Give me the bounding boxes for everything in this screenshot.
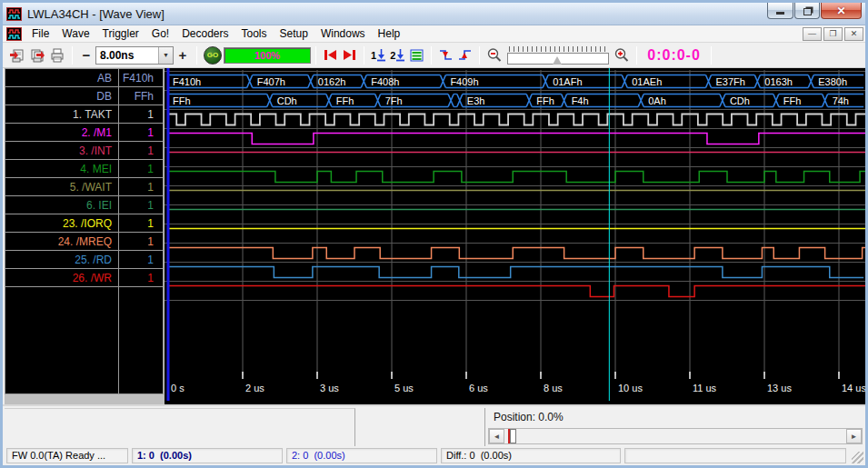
timebase-decrease-button[interactable]: − bbox=[77, 45, 95, 65]
scroll-right-icon[interactable]: ► bbox=[846, 429, 862, 443]
layers-icon[interactable] bbox=[407, 45, 426, 65]
menu-item-help[interactable]: Help bbox=[372, 25, 407, 42]
trigger-rise-icon[interactable] bbox=[455, 45, 474, 65]
import-icon[interactable] bbox=[7, 45, 27, 65]
bus-value-db: CDh bbox=[277, 95, 297, 106]
bus-transition bbox=[361, 75, 366, 88]
channel-row-6-iei: 6. IEI1 bbox=[5, 195, 165, 214]
zoom-slider[interactable] bbox=[507, 46, 609, 65]
restore-button[interactable] bbox=[794, 3, 820, 19]
bus-transition bbox=[720, 95, 725, 107]
resize-grip-icon[interactable] bbox=[852, 452, 863, 463]
mdi-child-icon[interactable] bbox=[6, 27, 22, 41]
bus-transition bbox=[308, 75, 314, 88]
channel-row-5-wait: 5. /WAIT1 bbox=[5, 177, 165, 196]
status-bar: FW 0.0(TA) Ready ...1: 0 (0.00s)2: 0 (0.… bbox=[3, 446, 865, 465]
channel-value-3-int: 1 bbox=[118, 141, 164, 160]
channel-label-db[interactable]: DB bbox=[5, 86, 119, 105]
channel-filler-label bbox=[5, 286, 119, 394]
menu-item-tools[interactable]: Tools bbox=[235, 25, 274, 42]
mdi-close-button[interactable]: ✕ bbox=[844, 27, 863, 41]
channel-value-2-m1: 1 bbox=[118, 123, 164, 142]
timebase-increase-button[interactable]: + bbox=[174, 45, 192, 65]
axis-label: 5 us bbox=[394, 383, 414, 393]
axis-label: 8 us bbox=[544, 383, 563, 393]
menu-item-wave[interactable]: Wave bbox=[55, 25, 95, 42]
channel-label-26-wr[interactable]: 26. /WR bbox=[5, 268, 119, 287]
menu-item-setup[interactable]: Setup bbox=[274, 25, 314, 42]
bus-value-ab: F407h bbox=[257, 76, 285, 87]
channel-value-26-wr: 1 bbox=[118, 268, 164, 287]
signal-2-m1 bbox=[168, 134, 865, 144]
skip-to-start-icon[interactable] bbox=[321, 45, 340, 65]
channel-label-2-m1[interactable]: 2. /M1 bbox=[5, 123, 119, 142]
mdi-restore-button[interactable]: ❐ bbox=[823, 27, 843, 41]
waveform-canvas[interactable]: F410hF407h0162hF408hF409h01AFh01AEhE37Fh… bbox=[165, 68, 865, 404]
mdi-minimize-button[interactable]: — bbox=[803, 27, 822, 41]
scroll-left-icon[interactable]: ◄ bbox=[489, 429, 504, 443]
channel-label-5-wait[interactable]: 5. /WAIT bbox=[5, 177, 119, 196]
bus-transition bbox=[808, 75, 813, 88]
title-bar[interactable]: LWLA34CH - [Wave View] ✕ bbox=[3, 3, 865, 25]
horizontal-scrollbar[interactable]: ◄ ► bbox=[488, 428, 863, 444]
axis-label: 0 s bbox=[171, 383, 185, 393]
zoom-slider-handle[interactable] bbox=[553, 52, 562, 65]
bus-value-ab: F410h bbox=[173, 76, 201, 87]
channel-row-db: DBFFh bbox=[5, 86, 165, 105]
menu-item-go[interactable]: Go! bbox=[145, 25, 175, 42]
channel-label-6-iei[interactable]: 6. IEI bbox=[5, 195, 119, 214]
axis-label: 11 us bbox=[693, 383, 717, 393]
bus-transition bbox=[706, 75, 712, 88]
print-icon[interactable] bbox=[47, 45, 67, 65]
channel-row-1-takt: 1. TAKT1 bbox=[5, 105, 165, 124]
bus-value-db: 7Fh bbox=[385, 95, 403, 106]
acquisition-progress-bar: 100% bbox=[224, 47, 311, 64]
window-title: LWLA34CH - [Wave View] bbox=[27, 7, 766, 21]
channel-value-db: FFh bbox=[118, 86, 164, 105]
zoom-in-icon[interactable] bbox=[612, 45, 632, 65]
status-cell-2: 1: 0 (0.00s) bbox=[132, 448, 283, 463]
signal-25-rd bbox=[168, 267, 863, 278]
bus-value-db: FFh bbox=[336, 95, 354, 106]
channel-label-24-mreq[interactable]: 24. /MREQ bbox=[5, 232, 119, 251]
timebase-combobox[interactable]: 8.00ns ▼ bbox=[95, 46, 174, 65]
channel-label-ab[interactable]: AB bbox=[5, 68, 119, 87]
channel-filler-value bbox=[118, 286, 164, 394]
go-button[interactable]: GO bbox=[202, 45, 224, 65]
bus-transition bbox=[562, 95, 567, 107]
channel-label-3-int[interactable]: 3. /INT bbox=[5, 141, 119, 160]
bus-transition bbox=[754, 75, 760, 88]
menu-item-triggler[interactable]: Triggler bbox=[96, 25, 145, 42]
trigger-fall-icon[interactable] bbox=[436, 45, 455, 65]
waveform-svg: F410hF407h0162hF408hF409h01AFh01AEhE37Fh… bbox=[165, 68, 865, 404]
channel-value-4-mei: 1 bbox=[118, 159, 164, 178]
set-cursor-1-icon[interactable]: 1 bbox=[369, 45, 388, 65]
menu-item-windows[interactable]: Windows bbox=[314, 25, 372, 42]
channel-value-23-iorq: 1 bbox=[118, 214, 164, 233]
bus-transition bbox=[526, 95, 532, 107]
bus-transition bbox=[457, 95, 463, 107]
minimize-button[interactable] bbox=[767, 3, 793, 19]
zoom-out-icon[interactable] bbox=[484, 45, 504, 65]
signal-24-mreq bbox=[168, 248, 865, 259]
scrollbar-thumb[interactable] bbox=[510, 429, 516, 443]
channel-label-4-mei[interactable]: 4. MEI bbox=[5, 159, 119, 178]
channel-label-25-rd[interactable]: 25. /RD bbox=[5, 250, 119, 269]
menu-item-decoders[interactable]: Decoders bbox=[175, 25, 234, 42]
bus-transition bbox=[638, 95, 644, 107]
channel-value-25-rd: 1 bbox=[118, 250, 164, 269]
bus-value-ab: 01AFh bbox=[553, 76, 582, 87]
menu-item-file[interactable]: File bbox=[25, 25, 55, 42]
channel-label-23-iorq[interactable]: 23. /IORQ bbox=[5, 214, 119, 233]
close-button[interactable]: ✕ bbox=[821, 3, 862, 19]
channel-value-6-iei: 1 bbox=[118, 195, 164, 214]
channel-label-1-takt[interactable]: 1. TAKT bbox=[5, 105, 119, 124]
status-cell-5 bbox=[624, 448, 846, 463]
export-icon[interactable] bbox=[27, 45, 47, 65]
channel-row-3-int: 3. /INT1 bbox=[5, 141, 165, 160]
chevron-down-icon[interactable]: ▼ bbox=[158, 47, 173, 64]
bus-value-ab: E37Fh bbox=[716, 76, 745, 87]
zoom-slider-track[interactable] bbox=[507, 53, 609, 65]
set-cursor-2-icon[interactable]: 2 bbox=[388, 45, 407, 65]
skip-to-end-icon[interactable] bbox=[340, 45, 359, 65]
